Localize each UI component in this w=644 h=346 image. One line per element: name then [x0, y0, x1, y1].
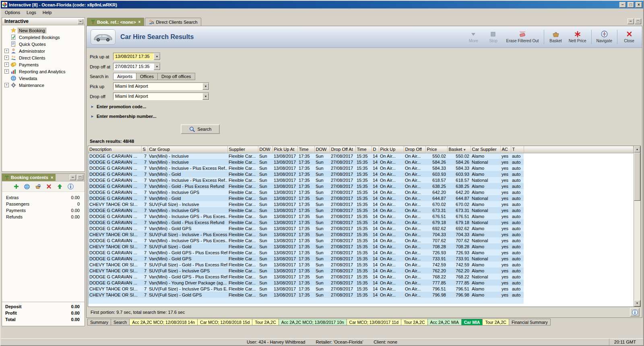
tab-close-icon[interactable]: ×: [138, 20, 141, 24]
booking-panel-tab[interactable]: Booking contents ×: [2, 174, 56, 181]
dropoff-at-combo[interactable]: 27/08/2017 15:35 ▼: [113, 63, 161, 70]
sidebar-item-payments[interactable]: +Payments: [2, 61, 85, 68]
close-window-button[interactable]: ×: [636, 2, 642, 8]
chevron-down-icon[interactable]: ▼: [154, 53, 160, 60]
bottom-tab-tour-2a-2c[interactable]: Tour 2A,2C: [401, 319, 428, 325]
move-up-button[interactable]: [56, 183, 64, 191]
result-row[interactable]: DODGE G CARAVAN ...7Van(Mini) - Gold GPS…: [88, 225, 634, 231]
booking-close-icon[interactable]: ×: [51, 175, 53, 180]
bottom-tab-acc-2a-2c-mia[interactable]: Acc 2A,2C MIA: [427, 319, 462, 325]
column-header-time[interactable]: Time: [297, 146, 314, 153]
bottom-tab-acc-2a-2c-mco-12-08-2018-14n[interactable]: Acc 2A,2C MCO; 12/08/2018 14n: [129, 319, 198, 325]
info-button[interactable]: [66, 183, 74, 191]
tab-book-ref-none[interactable]: Book. ref.: <none>×: [87, 18, 144, 26]
pickup-at-combo[interactable]: 13/08/2017 17:35 ▼: [113, 53, 161, 60]
result-row[interactable]: DODGE G CARAVAN ...7Van(Mini) - Gold - P…: [88, 219, 634, 225]
mdi-restore-button[interactable]: □: [635, 19, 641, 24]
menu-item-help[interactable]: Help: [39, 9, 55, 16]
expand-icon[interactable]: +: [4, 56, 9, 60]
bottom-tab-search[interactable]: Search: [111, 319, 130, 325]
expand-icon[interactable]: +: [4, 83, 9, 87]
tab-direct-clients-search[interactable]: Direct Clients Search: [145, 18, 201, 26]
add-button[interactable]: [12, 183, 20, 191]
bottom-tab-tour-2a-2c[interactable]: Tour 2A,2C: [482, 319, 509, 325]
result-row[interactable]: DODGE G CARAVAN ...7Van(Mini) - Inclusiv…: [88, 159, 634, 165]
column-header-dow[interactable]: DOW: [258, 146, 272, 153]
column-header-car-supplier[interactable]: Car Supplier: [471, 146, 500, 153]
result-row[interactable]: DODGE G CARAVAN ...7Van(Mini) - Inclusiv…: [88, 165, 634, 171]
column-header-description[interactable]: Description: [88, 146, 141, 153]
chevron-down-icon[interactable]: ▼: [202, 83, 209, 90]
result-row[interactable]: DODGE G CARAVAN ...7Van(Mini) - GoldFlex…: [88, 195, 634, 201]
sidebar-item-reporting-and-analytics[interactable]: +Reporting and Analytics: [2, 68, 85, 75]
bottom-tab-tour-2a-2c[interactable]: Tour 2A,2C: [252, 319, 279, 325]
result-row[interactable]: DODGE G CARAVAN ...7Van(Mini) - GoldFlex…: [88, 171, 634, 177]
erase-filtered-out-button[interactable]: Erase Filtered Out: [504, 30, 541, 44]
result-row[interactable]: CHEVY TAHOE OR SI...7SUV(Full Size) - Go…: [88, 243, 634, 249]
result-row[interactable]: CHEVY TAHOE OR SI...7SUV(Full Size) - In…: [88, 231, 634, 237]
sidebar-item-completed-bookings[interactable]: Completed Bookings: [2, 34, 85, 41]
search-in-tab-airports[interactable]: Airports: [113, 73, 136, 80]
column-header-price[interactable]: Price: [425, 146, 447, 153]
pickup-combo[interactable]: Miami Intl Airport ▼: [113, 82, 209, 90]
result-row[interactable]: DODGE G CARAVAN ...7Van(Mini) - Gold GPS…: [88, 274, 634, 280]
column-header-car-group[interactable]: Car Group: [148, 146, 227, 153]
bottom-tab-car-mia[interactable]: Car MIA: [461, 319, 483, 325]
minimize-window-button[interactable]: −: [619, 2, 626, 8]
column-header-drop-off[interactable]: Drop Off: [404, 146, 425, 153]
close-button[interactable]: Close: [620, 30, 638, 44]
booking-minimize-button[interactable]: −: [70, 175, 76, 180]
column-header-t[interactable]: T: [511, 146, 524, 153]
sidebar-item-quick-quotes[interactable]: Quick Quotes: [2, 41, 85, 47]
mdi-minimize-button[interactable]: −: [627, 19, 634, 24]
result-row[interactable]: DODGE G CARAVAN ...7Van(Mini) - Gold - P…: [88, 183, 634, 189]
sidebar-item-administrator[interactable]: +Administrator: [2, 47, 85, 54]
sidebar-item-direct-clients[interactable]: +Direct Clients: [2, 54, 85, 61]
booking-restore-button[interactable]: □: [77, 175, 83, 180]
collapse-panel-button[interactable]: −: [78, 19, 83, 24]
column-header-time[interactable]: Time: [355, 146, 372, 153]
column-header-pick-up[interactable]: Pick Up: [379, 146, 404, 153]
result-row[interactable]: CHEVY TAHOE OR SI...7SUV(Full Size) - In…: [88, 268, 634, 274]
menu-item-logs[interactable]: Logs: [23, 9, 39, 16]
column-header-pick-up-at[interactable]: Pick Up At: [272, 146, 297, 153]
globe-button[interactable]: [23, 183, 31, 191]
bottom-tab-car-mco-13-08-2017-11d[interactable]: Car MCO; 13/08/2017 11d: [347, 319, 401, 325]
scroll-up-icon[interactable]: ▲: [634, 146, 640, 152]
scrollbar-thumb[interactable]: [634, 152, 640, 201]
result-row[interactable]: DODGE G CARAVAN ...7Van(Mini) - Young Dr…: [88, 280, 634, 286]
chevron-down-icon[interactable]: ▼: [154, 63, 160, 70]
column-header-s[interactable]: S: [141, 146, 148, 153]
search-in-tab-drop-off-offices[interactable]: Drop off offices: [157, 73, 195, 80]
column-header-d[interactable]: D: [372, 146, 379, 153]
result-row[interactable]: DODGE G CARAVAN ...7Van(Mini) - Inclusiv…: [88, 213, 634, 219]
result-row[interactable]: CHEVY TAHOE OR SI...7SUV(Full Size) - In…: [88, 201, 634, 207]
promo-code-expander[interactable]: ► Enter promotion code...: [91, 103, 642, 110]
search-button[interactable]: Search: [181, 124, 220, 134]
bottom-tab-acc-2a-2c-mco-13-08-2017-10n[interactable]: Acc 2A,2C MCO; 13/08/2017 10n: [279, 319, 347, 325]
column-header-drop-off-at[interactable]: Drop Off At: [330, 146, 355, 153]
dropoff-combo[interactable]: Miami Intl Airport ▼: [113, 93, 209, 100]
info-button[interactable]: [630, 308, 640, 317]
navigate-button[interactable]: Navigate: [594, 30, 614, 44]
result-row[interactable]: DODGE G CARAVAN ...7Van(Mini) - Gold GPS…: [88, 249, 634, 255]
column-header-ac[interactable]: AC: [500, 146, 511, 153]
bottom-tab-car-mco-12-08-2018-15d[interactable]: Car MCO; 12/08/2018 15d: [197, 319, 252, 325]
basket-search-button[interactable]: [34, 183, 42, 191]
result-row[interactable]: DODGE G CARAVAN ...7Van(Mini) - Inclusiv…: [88, 207, 634, 213]
bottom-tab-financial-summary[interactable]: Financial Summary: [509, 319, 551, 325]
result-row[interactable]: DODGE G CARAVAN ...7Van(Mini) - Inclusiv…: [88, 153, 634, 159]
column-header-supplier[interactable]: Supplier: [227, 146, 258, 153]
result-row[interactable]: DODGE G CARAVAN ...7Van(Mini) - Inclusiv…: [88, 237, 634, 243]
result-row[interactable]: CHEVY TAHOE OR SI...7SUV(Full Size) - In…: [88, 286, 634, 292]
delete-button[interactable]: [45, 183, 53, 191]
result-row[interactable]: DODGE G CARAVAN ...7Van(Mini) - Inclusiv…: [88, 177, 634, 183]
maximize-window-button[interactable]: □: [627, 2, 634, 8]
sidebar-item-new-booking[interactable]: New Booking: [2, 27, 85, 34]
sidebar-item-maintenance[interactable]: +Maintenance: [2, 82, 85, 89]
nett-price-button[interactable]: Nett Price: [567, 30, 588, 44]
chevron-down-icon[interactable]: ▼: [202, 93, 209, 100]
membership-expander[interactable]: ► Enter membership number...: [91, 113, 642, 119]
result-row[interactable]: DODGE G CARAVAN ...7Van(Mini) - Gold GPS…: [88, 255, 634, 262]
column-header-dow[interactable]: DOW: [314, 146, 330, 153]
